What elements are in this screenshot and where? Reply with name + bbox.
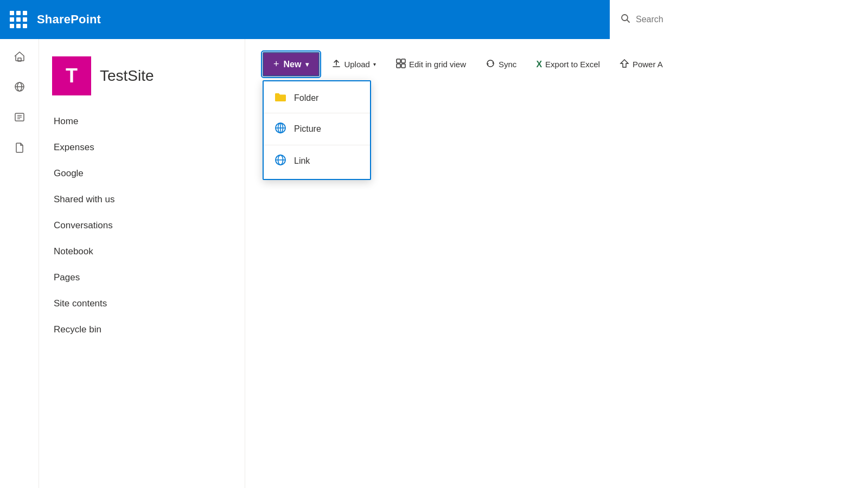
sidebar-item-recycle-bin[interactable]: Recycle bin — [39, 317, 245, 343]
search-input[interactable] — [636, 15, 857, 24]
dropdown-item-picture[interactable]: Picture — [264, 115, 370, 143]
dropdown-item-link[interactable]: Link — [264, 147, 370, 175]
plus-icon: + — [273, 59, 279, 70]
search-icon — [621, 14, 630, 26]
svg-rect-18 — [397, 59, 400, 63]
brand-name: SharePoint — [37, 12, 101, 27]
sidebar-item-expenses[interactable]: Expenses — [39, 134, 245, 160]
picture-icon — [275, 122, 286, 136]
power-icon — [620, 59, 629, 70]
site-header: T TestSite — [39, 48, 245, 108]
home-rail-icon[interactable] — [7, 43, 33, 69]
dropdown-item-folder[interactable]: Folder — [264, 86, 370, 111]
document-rail-icon[interactable] — [7, 134, 33, 160]
sidebar: T TestSite Home Expenses Google Shared w… — [39, 39, 245, 488]
new-button[interactable]: + New ▾ — [263, 52, 320, 76]
sidebar-item-shared-with-us[interactable]: Shared with us — [39, 187, 245, 213]
sidebar-item-google[interactable]: Google — [39, 160, 245, 187]
svg-rect-21 — [401, 64, 405, 68]
dropdown-divider-2 — [264, 145, 370, 145]
search-box — [610, 0, 868, 39]
power-button[interactable]: Power A — [612, 53, 671, 75]
site-title: TestSite — [100, 67, 154, 85]
excel-icon: X — [536, 60, 542, 69]
dropdown-divider-1 — [264, 113, 370, 113]
new-dropdown-menu: Folder Picture — [263, 80, 371, 180]
sidebar-item-pages[interactable]: Pages — [39, 265, 245, 291]
grid-icon — [396, 59, 406, 70]
power-label: Power A — [633, 60, 663, 69]
edit-grid-button[interactable]: Edit in grid view — [388, 53, 474, 75]
sidebar-item-home[interactable]: Home — [39, 108, 245, 134]
sync-label: Sync — [499, 60, 516, 69]
folder-icon — [275, 92, 286, 104]
dropdown-item-folder-label: Folder — [294, 93, 318, 103]
nav-list: Home Expenses Google Shared with us Conv… — [39, 108, 245, 343]
edit-grid-label: Edit in grid view — [409, 60, 466, 69]
sidebar-item-notebook[interactable]: Notebook — [39, 239, 245, 265]
sidebar-item-site-contents[interactable]: Site contents — [39, 291, 245, 317]
upload-chevron-icon: ▾ — [373, 61, 376, 67]
sync-icon — [486, 59, 495, 70]
dropdown-item-link-label: Link — [294, 156, 310, 166]
svg-line-1 — [627, 20, 629, 22]
top-nav-bar: SharePoint — [0, 0, 868, 39]
globe-rail-icon[interactable] — [7, 74, 33, 100]
content-area: T TestSite Home Expenses Google Shared w… — [39, 39, 868, 488]
app-launcher-button[interactable] — [9, 10, 28, 29]
list-rail-icon[interactable] — [7, 104, 33, 130]
new-chevron-icon: ▾ — [305, 61, 309, 68]
svg-rect-19 — [401, 59, 405, 63]
main-panel: + New ▾ Folder — [245, 39, 868, 488]
export-excel-button[interactable]: X Export to Excel — [528, 54, 608, 75]
export-excel-label: Export to Excel — [545, 60, 600, 69]
svg-marker-22 — [621, 60, 628, 67]
new-button-wrapper: + New ▾ Folder — [263, 52, 320, 76]
left-rail — [0, 39, 39, 488]
link-icon — [275, 154, 286, 168]
dropdown-item-picture-label: Picture — [294, 124, 321, 134]
svg-rect-20 — [397, 64, 400, 68]
upload-button-label: Upload — [344, 60, 370, 69]
upload-icon — [332, 59, 341, 69]
sidebar-item-conversations[interactable]: Conversations — [39, 213, 245, 239]
upload-button[interactable]: Upload ▾ — [324, 53, 384, 75]
toolbar: + New ▾ Folder — [263, 52, 851, 76]
sync-button[interactable]: Sync — [478, 53, 524, 75]
site-logo: T — [52, 56, 91, 95]
new-button-label: New — [284, 60, 302, 69]
